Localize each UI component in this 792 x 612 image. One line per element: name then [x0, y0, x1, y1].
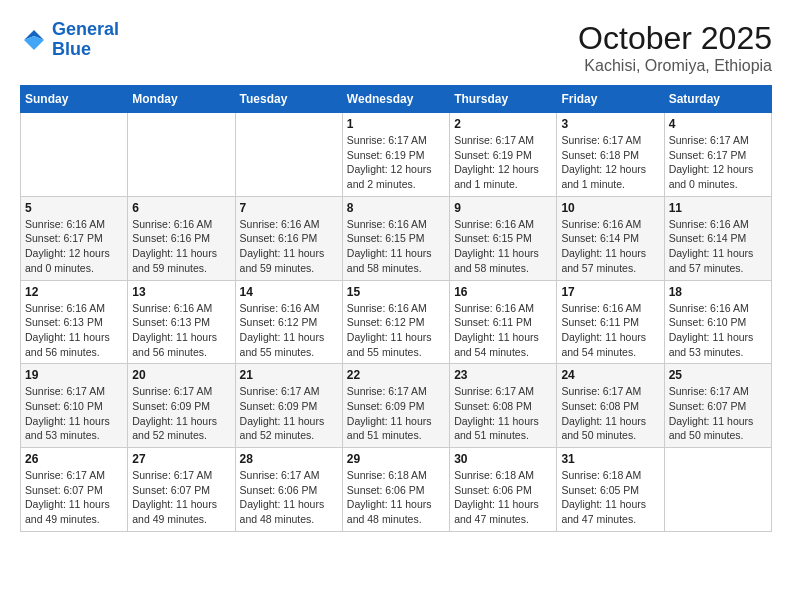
day-number: 21: [240, 368, 338, 382]
calendar-day-16: 16Sunrise: 6:16 AMSunset: 6:11 PMDayligh…: [450, 280, 557, 364]
day-info: Sunrise: 6:17 AMSunset: 6:07 PMDaylight:…: [25, 468, 123, 527]
calendar-day-24: 24Sunrise: 6:17 AMSunset: 6:08 PMDayligh…: [557, 364, 664, 448]
calendar-day-4: 4Sunrise: 6:17 AMSunset: 6:17 PMDaylight…: [664, 113, 771, 197]
day-number: 1: [347, 117, 445, 131]
calendar-day-26: 26Sunrise: 6:17 AMSunset: 6:07 PMDayligh…: [21, 448, 128, 532]
day-info: Sunrise: 6:17 AMSunset: 6:07 PMDaylight:…: [132, 468, 230, 527]
calendar-day-23: 23Sunrise: 6:17 AMSunset: 6:08 PMDayligh…: [450, 364, 557, 448]
day-number: 12: [25, 285, 123, 299]
calendar-day-13: 13Sunrise: 6:16 AMSunset: 6:13 PMDayligh…: [128, 280, 235, 364]
day-number: 24: [561, 368, 659, 382]
day-number: 17: [561, 285, 659, 299]
day-number: 8: [347, 201, 445, 215]
day-number: 11: [669, 201, 767, 215]
day-info: Sunrise: 6:16 AMSunset: 6:13 PMDaylight:…: [132, 301, 230, 360]
day-info: Sunrise: 6:17 AMSunset: 6:06 PMDaylight:…: [240, 468, 338, 527]
calendar-day-29: 29Sunrise: 6:18 AMSunset: 6:06 PMDayligh…: [342, 448, 449, 532]
day-number: 22: [347, 368, 445, 382]
calendar-table: SundayMondayTuesdayWednesdayThursdayFrid…: [20, 85, 772, 532]
day-info: Sunrise: 6:17 AMSunset: 6:08 PMDaylight:…: [454, 384, 552, 443]
day-number: 30: [454, 452, 552, 466]
day-info: Sunrise: 6:16 AMSunset: 6:12 PMDaylight:…: [240, 301, 338, 360]
day-number: 26: [25, 452, 123, 466]
calendar-day-22: 22Sunrise: 6:17 AMSunset: 6:09 PMDayligh…: [342, 364, 449, 448]
day-info: Sunrise: 6:16 AMSunset: 6:14 PMDaylight:…: [669, 217, 767, 276]
day-info: Sunrise: 6:16 AMSunset: 6:11 PMDaylight:…: [454, 301, 552, 360]
weekday-header-wednesday: Wednesday: [342, 86, 449, 113]
logo-general: General: [52, 19, 119, 39]
day-number: 16: [454, 285, 552, 299]
day-info: Sunrise: 6:17 AMSunset: 6:08 PMDaylight:…: [561, 384, 659, 443]
day-info: Sunrise: 6:16 AMSunset: 6:17 PMDaylight:…: [25, 217, 123, 276]
calendar-day-11: 11Sunrise: 6:16 AMSunset: 6:14 PMDayligh…: [664, 196, 771, 280]
day-number: 20: [132, 368, 230, 382]
day-info: Sunrise: 6:18 AMSunset: 6:06 PMDaylight:…: [347, 468, 445, 527]
calendar-day-21: 21Sunrise: 6:17 AMSunset: 6:09 PMDayligh…: [235, 364, 342, 448]
day-number: 3: [561, 117, 659, 131]
weekday-header-thursday: Thursday: [450, 86, 557, 113]
day-info: Sunrise: 6:16 AMSunset: 6:15 PMDaylight:…: [347, 217, 445, 276]
page-header: General Blue October 2025 Kachisi, Oromi…: [20, 20, 772, 75]
day-info: Sunrise: 6:16 AMSunset: 6:12 PMDaylight:…: [347, 301, 445, 360]
calendar-day-8: 8Sunrise: 6:16 AMSunset: 6:15 PMDaylight…: [342, 196, 449, 280]
day-info: Sunrise: 6:16 AMSunset: 6:10 PMDaylight:…: [669, 301, 767, 360]
day-number: 9: [454, 201, 552, 215]
day-info: Sunrise: 6:16 AMSunset: 6:14 PMDaylight:…: [561, 217, 659, 276]
day-number: 4: [669, 117, 767, 131]
weekday-header-saturday: Saturday: [664, 86, 771, 113]
calendar-day-20: 20Sunrise: 6:17 AMSunset: 6:09 PMDayligh…: [128, 364, 235, 448]
calendar-day-12: 12Sunrise: 6:16 AMSunset: 6:13 PMDayligh…: [21, 280, 128, 364]
day-info: Sunrise: 6:16 AMSunset: 6:13 PMDaylight:…: [25, 301, 123, 360]
calendar-day-14: 14Sunrise: 6:16 AMSunset: 6:12 PMDayligh…: [235, 280, 342, 364]
day-number: 25: [669, 368, 767, 382]
calendar-day-7: 7Sunrise: 6:16 AMSunset: 6:16 PMDaylight…: [235, 196, 342, 280]
day-info: Sunrise: 6:16 AMSunset: 6:16 PMDaylight:…: [240, 217, 338, 276]
day-info: Sunrise: 6:18 AMSunset: 6:05 PMDaylight:…: [561, 468, 659, 527]
logo-icon: [20, 26, 48, 54]
day-number: 10: [561, 201, 659, 215]
day-number: 2: [454, 117, 552, 131]
day-info: Sunrise: 6:17 AMSunset: 6:18 PMDaylight:…: [561, 133, 659, 192]
logo: General Blue: [20, 20, 119, 60]
day-number: 13: [132, 285, 230, 299]
weekday-header-sunday: Sunday: [21, 86, 128, 113]
calendar-day-10: 10Sunrise: 6:16 AMSunset: 6:14 PMDayligh…: [557, 196, 664, 280]
calendar-week-4: 19Sunrise: 6:17 AMSunset: 6:10 PMDayligh…: [21, 364, 772, 448]
calendar-week-2: 5Sunrise: 6:16 AMSunset: 6:17 PMDaylight…: [21, 196, 772, 280]
location: Kachisi, Oromiya, Ethiopia: [578, 57, 772, 75]
day-number: 31: [561, 452, 659, 466]
day-info: Sunrise: 6:17 AMSunset: 6:19 PMDaylight:…: [454, 133, 552, 192]
day-info: Sunrise: 6:16 AMSunset: 6:11 PMDaylight:…: [561, 301, 659, 360]
day-info: Sunrise: 6:17 AMSunset: 6:07 PMDaylight:…: [669, 384, 767, 443]
calendar-week-1: 1Sunrise: 6:17 AMSunset: 6:19 PMDaylight…: [21, 113, 772, 197]
logo-blue: Blue: [52, 39, 91, 59]
calendar-day-2: 2Sunrise: 6:17 AMSunset: 6:19 PMDaylight…: [450, 113, 557, 197]
calendar-day-3: 3Sunrise: 6:17 AMSunset: 6:18 PMDaylight…: [557, 113, 664, 197]
day-info: Sunrise: 6:17 AMSunset: 6:09 PMDaylight:…: [347, 384, 445, 443]
calendar-day-17: 17Sunrise: 6:16 AMSunset: 6:11 PMDayligh…: [557, 280, 664, 364]
empty-cell: [235, 113, 342, 197]
calendar-day-18: 18Sunrise: 6:16 AMSunset: 6:10 PMDayligh…: [664, 280, 771, 364]
day-info: Sunrise: 6:17 AMSunset: 6:19 PMDaylight:…: [347, 133, 445, 192]
calendar-day-31: 31Sunrise: 6:18 AMSunset: 6:05 PMDayligh…: [557, 448, 664, 532]
day-info: Sunrise: 6:17 AMSunset: 6:10 PMDaylight:…: [25, 384, 123, 443]
calendar-day-6: 6Sunrise: 6:16 AMSunset: 6:16 PMDaylight…: [128, 196, 235, 280]
day-number: 7: [240, 201, 338, 215]
calendar-day-30: 30Sunrise: 6:18 AMSunset: 6:06 PMDayligh…: [450, 448, 557, 532]
weekday-header-monday: Monday: [128, 86, 235, 113]
calendar-day-9: 9Sunrise: 6:16 AMSunset: 6:15 PMDaylight…: [450, 196, 557, 280]
calendar-day-25: 25Sunrise: 6:17 AMSunset: 6:07 PMDayligh…: [664, 364, 771, 448]
logo-text: General Blue: [52, 20, 119, 60]
calendar-week-3: 12Sunrise: 6:16 AMSunset: 6:13 PMDayligh…: [21, 280, 772, 364]
day-info: Sunrise: 6:16 AMSunset: 6:15 PMDaylight:…: [454, 217, 552, 276]
day-info: Sunrise: 6:17 AMSunset: 6:09 PMDaylight:…: [240, 384, 338, 443]
day-number: 19: [25, 368, 123, 382]
day-number: 23: [454, 368, 552, 382]
day-number: 27: [132, 452, 230, 466]
day-number: 29: [347, 452, 445, 466]
day-number: 5: [25, 201, 123, 215]
calendar-day-19: 19Sunrise: 6:17 AMSunset: 6:10 PMDayligh…: [21, 364, 128, 448]
day-info: Sunrise: 6:16 AMSunset: 6:16 PMDaylight:…: [132, 217, 230, 276]
day-info: Sunrise: 6:17 AMSunset: 6:09 PMDaylight:…: [132, 384, 230, 443]
weekday-header-row: SundayMondayTuesdayWednesdayThursdayFrid…: [21, 86, 772, 113]
